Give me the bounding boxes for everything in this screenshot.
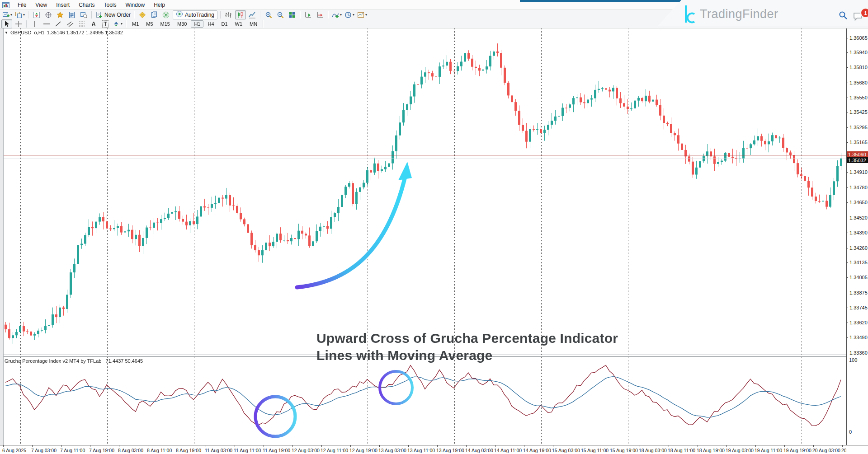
auto-scroll-button[interactable]: [303, 10, 314, 19]
time-tick: [524, 445, 524, 447]
price-tick: [846, 233, 848, 233]
price-tick: [846, 112, 848, 112]
menu-item-window[interactable]: Window: [121, 1, 150, 9]
notification-badge: 1: [860, 8, 868, 18]
navigator-icon: [57, 11, 64, 19]
timeframe-w1[interactable]: W1: [232, 20, 246, 28]
hline-button[interactable]: [41, 19, 52, 28]
toolbar-separator: [328, 11, 329, 19]
menu-item-help[interactable]: Help: [149, 1, 170, 9]
time-tick: [90, 445, 90, 447]
time-axis-label: 20 Aug 03:00: [812, 448, 840, 453]
tester-button[interactable]: [78, 10, 89, 19]
menu-item-file[interactable]: File: [13, 1, 31, 9]
shapes-icon: [113, 20, 120, 28]
price-tick: [846, 218, 848, 218]
indicators-button[interactable]: ▾: [331, 10, 343, 19]
time-tick: [495, 445, 495, 447]
timeframe-d1[interactable]: D1: [218, 20, 231, 28]
time-axis-label: 12 Aug 19:00: [349, 448, 377, 453]
candle-chart-button[interactable]: [235, 10, 246, 19]
library-button[interactable]: [149, 10, 160, 19]
cursor-button[interactable]: [1, 19, 12, 28]
profiles-button[interactable]: ▾: [14, 10, 26, 19]
time-tick: [755, 445, 756, 447]
new-order-button[interactable]: New Order: [94, 10, 132, 19]
market-watch-button[interactable]: [31, 10, 42, 19]
chart-left-frame: [0, 28, 4, 454]
search-icon[interactable]: [839, 11, 848, 22]
timeframe-m15[interactable]: M15: [157, 20, 173, 28]
timeframe-h1[interactable]: H1: [191, 20, 203, 28]
time-tick: [177, 445, 177, 447]
time-axis-label: 8 Aug 19:00: [176, 448, 201, 453]
time-tick: [350, 445, 351, 447]
app-icon: [2, 2, 9, 8]
annotation-text: Upward Cross of Grucha Percentage Indica…: [316, 330, 618, 364]
signal-button[interactable]: [160, 10, 171, 19]
price-axis-label: 1.34650: [849, 200, 868, 205]
time-axis-label: 18 Aug 11:00: [668, 448, 695, 453]
timeframe-m5[interactable]: M5: [143, 20, 156, 28]
new-chart-button[interactable]: ▾: [1, 10, 13, 19]
chevron-down-icon: ▾: [365, 13, 367, 17]
price-chart-canvas[interactable]: [0, 28, 846, 445]
new-order-icon: [95, 11, 103, 19]
price-tick: [846, 98, 848, 98]
price-axis-label: 1.33745: [849, 305, 868, 310]
fibonacci-button[interactable]: [76, 19, 87, 28]
shapes-button[interactable]: ▾: [112, 19, 123, 28]
time-axis-label: 18 Aug 03:00: [639, 448, 667, 453]
line-chart-button[interactable]: [247, 10, 258, 19]
chevron-down-icon: ▾: [23, 13, 25, 17]
tile-windows-button[interactable]: [287, 10, 297, 19]
menu-item-view[interactable]: View: [31, 1, 52, 9]
indicator-scale-min: 0: [849, 429, 852, 435]
templates-button[interactable]: ▾: [356, 10, 368, 19]
time-axis-label: 8 Aug 11:00: [147, 448, 172, 453]
price-axis-label: 1.35940: [849, 50, 868, 55]
time-axis[interactable]: 6 Aug 20257 Aug 03:007 Aug 11:007 Aug 19…: [0, 445, 846, 454]
autotrading-button[interactable]: AutoTrading: [173, 10, 217, 19]
price-tick: [846, 142, 848, 143]
text-button[interactable]: A: [88, 19, 99, 28]
time-tick: [640, 445, 640, 447]
chevron-down-icon[interactable]: ▼: [5, 31, 8, 35]
timeframe-m1[interactable]: M1: [129, 20, 142, 28]
time-axis-label: 14 Aug 11:00: [494, 448, 522, 453]
vline-button[interactable]: [29, 19, 40, 28]
time-axis-label: 15 Aug 19:00: [610, 448, 638, 453]
symbol-ohlc: 1.35146 1.35172 1.34995 1.35032: [47, 30, 123, 35]
terminal-icon: [68, 11, 75, 19]
metaeditor-button[interactable]: [137, 10, 148, 19]
terminal-button[interactable]: [66, 10, 77, 19]
label-button[interactable]: T: [100, 19, 111, 28]
chevron-down-icon: ▾: [340, 13, 342, 17]
zoom-out-button[interactable]: [275, 10, 286, 19]
price-axis-label: 1.35295: [849, 125, 868, 130]
price-tick: [846, 187, 848, 188]
timeframe-mn[interactable]: MN: [246, 20, 260, 28]
price-tick: [846, 308, 848, 308]
tradingfinder-logo: TradingFinder: [683, 5, 778, 23]
timeframe-m30[interactable]: M30: [174, 20, 190, 28]
time-tick: [264, 445, 264, 447]
timeframe-h4[interactable]: H4: [204, 20, 217, 28]
navigator-button[interactable]: [55, 10, 66, 19]
menu-item-charts[interactable]: Charts: [74, 1, 99, 9]
periods-button[interactable]: ▾: [344, 10, 355, 19]
zoom-in-button[interactable]: [263, 10, 274, 19]
channel-button[interactable]: [65, 19, 75, 28]
menu-item-insert[interactable]: Insert: [52, 1, 74, 9]
price-tick: [846, 67, 848, 68]
data-window-button[interactable]: [43, 10, 54, 19]
axis-corner: [846, 445, 868, 454]
price-axis[interactable]: 1.360651.359401.358101.356801.355501.354…: [846, 28, 868, 445]
crosshair-button[interactable]: [13, 19, 24, 28]
trendline-button[interactable]: [53, 19, 64, 28]
tradingfinder-logo-text: TradingFinder: [700, 7, 778, 21]
chart-shift-button[interactable]: [315, 10, 326, 19]
bar-chart-button[interactable]: [223, 10, 234, 19]
menu-item-tools[interactable]: Tools: [99, 1, 121, 9]
fibonacci-icon: [78, 20, 85, 28]
